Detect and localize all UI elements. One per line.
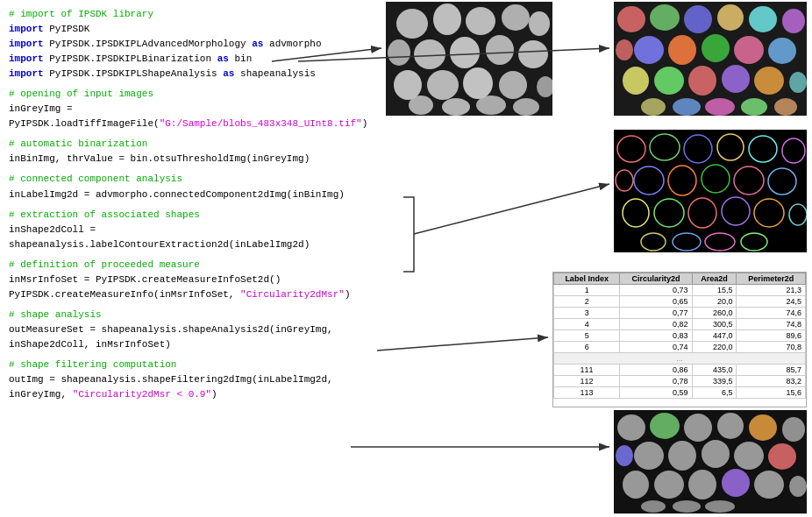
col-perimeter: Perimeter2d [737,273,806,285]
table-row: 20,6520,024,5 [554,296,806,308]
svg-point-26 [782,9,805,33]
table-row-ellipsis: ... [554,353,806,365]
code-panel: # import of IPSDK library import PyIPSDK… [0,0,403,414]
svg-point-81 [654,471,684,499]
svg-point-79 [768,443,796,470]
svg-point-36 [722,65,750,93]
code-block-measure: # definition of proceeded measure inMsrI… [9,258,395,302]
svg-point-82 [688,470,716,499]
comment-shape-analysis: # shape analysis [9,308,395,322]
shape-analysis-line: outMeasureSet = shapeanalysis.shapeAnaly… [9,322,395,352]
svg-point-78 [734,442,764,470]
data-table: Label Index Circularity2d Area2d Perimet… [553,273,806,399]
svg-point-33 [623,67,649,95]
svg-point-86 [641,500,666,513]
svg-point-32 [768,38,796,64]
svg-point-6 [388,39,410,66]
svg-point-75 [634,442,664,470]
image-filtered [614,410,807,513]
svg-point-80 [623,471,649,499]
svg-point-88 [705,500,735,513]
svg-point-71 [717,413,744,439]
svg-point-13 [463,67,493,99]
code-block-shape-analysis: # shape analysis outMeasureSet = shapean… [9,308,395,352]
table-row: 40,82300,574,8 [554,319,806,330]
svg-point-22 [650,4,680,31]
svg-point-37 [754,67,784,95]
table-row: 1120,78339,583,2 [554,376,806,387]
image-table: Label Index Circularity2d Area2d Perimet… [552,272,807,407]
svg-point-85 [789,476,807,497]
svg-point-10 [518,40,548,68]
open-line: inGreyImg = PyIPSDK.loadTiffImageFile("G… [9,102,395,131]
filter-line: outImg = shapeanalysis.shapeFiltering2dI… [9,372,395,402]
svg-point-2 [433,4,461,35]
svg-point-1 [396,9,428,39]
svg-point-69 [650,413,680,439]
col-circularity: Circularity2d [620,273,692,285]
svg-point-11 [394,70,422,100]
svg-point-24 [717,4,744,31]
extract-line: inShape2dColl = shapeanalysis.labelConto… [9,223,395,252]
svg-point-16 [409,96,433,115]
svg-point-77 [702,440,730,468]
code-block-binarize: # automatic binarization inBinImg, thrVa… [9,137,395,166]
measure-line-1: inMsrInfoSet = PyIPSDK.createMeasureInfo… [9,273,395,287]
svg-point-18 [476,96,506,115]
svg-point-12 [427,70,459,100]
svg-point-74 [616,445,633,466]
svg-point-4 [502,4,530,31]
svg-point-8 [450,37,480,68]
svg-point-34 [654,67,684,95]
import-line-3: import PyIPSDK.IPSDKIPLBinarization as b… [9,52,395,67]
svg-point-25 [749,6,777,32]
svg-point-76 [668,441,696,471]
table-row: 10,7315,521,3 [554,285,806,296]
code-block-filter: # shape filtering computation outImg = s… [9,358,395,402]
table-row: 30,77260,074,6 [554,308,806,319]
svg-point-70 [684,414,712,442]
image-contours [614,130,807,252]
table-row: 1110,86435,085,7 [554,365,806,376]
svg-point-68 [617,414,645,441]
svg-point-73 [782,417,805,442]
svg-point-43 [774,98,797,116]
import-line-1: import PyIPSDK [9,22,395,37]
svg-point-87 [673,500,701,513]
svg-point-3 [466,7,495,35]
import-line-4: import PyIPSDK.IPSDKIPLShapeAnalysis as … [9,67,395,81]
svg-point-17 [442,98,470,116]
image-colored-labels [614,2,807,116]
import-line-2: import PyIPSDK.IPSDKIPLAdvancedMorpholog… [9,37,395,52]
svg-point-72 [749,414,777,441]
svg-point-5 [529,11,550,36]
svg-point-41 [705,98,735,116]
measure-line-2: PyIPSDK.createMeasureInfo(inMsrInfoSet, … [9,287,395,302]
comment-open: # opening of input images [9,87,395,102]
svg-point-42 [741,98,767,116]
svg-point-38 [789,72,807,93]
svg-point-84 [754,471,784,499]
svg-point-35 [688,66,716,96]
svg-point-31 [734,36,764,64]
code-block-extract: # extraction of associated shapes inShap… [9,208,395,252]
code-block-connected: # connected component analysis inLabelIm… [9,172,395,202]
comment-measure: # definition of proceeded measure [9,258,395,273]
svg-point-9 [486,35,514,65]
svg-line-92 [414,184,609,234]
svg-point-30 [702,34,730,62]
col-area: Area2d [692,273,737,285]
svg-point-7 [414,39,445,69]
comment-binarize: # automatic binarization [9,137,395,152]
col-label-index: Label Index [554,273,620,285]
table-row: 60,74220,070,8 [554,342,806,353]
code-block-imports: # import of IPSDK library import PyIPSDK… [9,7,395,81]
comment-import: # import of IPSDK library [9,7,395,22]
svg-point-40 [673,98,701,116]
svg-point-14 [499,71,527,99]
comment-connected: # connected component analysis [9,172,395,187]
table-row: 1130,596,515,6 [554,387,806,399]
table-row: 50,83447,089,6 [554,330,806,342]
svg-point-27 [616,39,633,60]
svg-point-39 [641,98,666,116]
